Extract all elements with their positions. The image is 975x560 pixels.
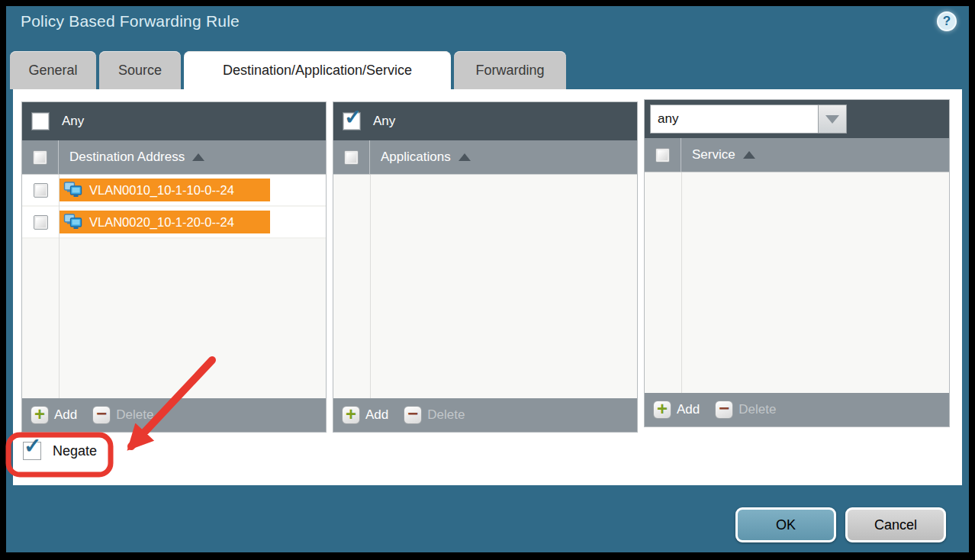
minus-icon: − [404,406,422,424]
cancel-button[interactable]: Cancel [845,507,946,542]
destination-column-label[interactable]: Destination Address [69,150,185,165]
service-column-label[interactable]: Service [692,147,735,163]
delete-button-label: Delete [738,402,776,417]
destination-list-body: VLAN0010_10-1-10-0--24 VLAN0020_10-1-20-… [22,175,326,398]
help-icon-glyph: ? [943,14,951,29]
applications-any-label: Any [373,114,395,129]
delete-button-label: Delete [427,407,465,423]
service-list-body [645,172,949,393]
tab-forwarding[interactable]: Forwarding [454,51,566,89]
plus-icon: + [342,406,360,424]
add-button[interactable]: + Add [31,406,77,424]
delete-button[interactable]: − Delete [92,406,153,424]
tab-source[interactable]: Source [99,51,181,89]
applications-panel: ✓ Any Applications + Add − Delete [333,101,638,433]
negate-option: ✓ Negate [23,442,97,460]
add-button-label: Add [54,407,77,423]
minus-icon: − [715,401,733,419]
applications-column-label[interactable]: Applications [381,150,451,165]
sort-ascending-icon[interactable] [459,153,471,161]
tab-general-label: General [28,63,77,79]
add-button-label: Add [365,407,388,423]
add-button[interactable]: + Add [653,401,700,419]
address-group-icon [63,182,83,198]
address-object-label: VLAN0020_10-1-20-0--24 [89,215,234,230]
service-select-all-checkbox[interactable] [655,148,670,163]
table-row[interactable]: VLAN0010_10-1-10-0--24 [22,175,326,207]
address-group-icon [63,214,83,230]
tab-bar: General Source Destination/Application/S… [10,51,566,89]
help-icon[interactable]: ? [937,11,957,31]
applications-select-all-checkbox[interactable] [344,150,359,165]
row-checkbox[interactable] [34,215,48,230]
sort-ascending-icon[interactable] [743,151,755,159]
address-object-chip[interactable]: VLAN0020_10-1-20-0--24 [59,211,270,233]
service-panel: Service + Add − Delete [644,99,950,427]
add-button-label: Add [677,402,700,417]
plus-icon: + [31,406,49,424]
applications-list-body [333,175,637,398]
service-toolbar: + Add − Delete [645,393,949,426]
dialog-title: Policy Based Forwarding Rule [21,12,240,31]
tab-content-area: ✓ Any Destination Address [13,89,962,485]
add-button[interactable]: + Add [342,406,388,424]
tab-destination-application-service[interactable]: Destination/Application/Service [184,51,451,89]
applications-column-header: Applications [333,140,637,175]
service-dropdown-button[interactable] [818,105,847,134]
service-dropdown [650,105,847,134]
destination-toolbar: + Add − Delete [22,398,326,432]
applications-any-bar: ✓ Any [333,102,637,140]
destination-select-all-checkbox[interactable] [33,150,47,165]
service-dropdown-input[interactable] [650,105,818,134]
destination-any-bar: ✓ Any [22,102,326,140]
destination-any-checkbox[interactable]: ✓ [32,113,49,130]
service-column-header: Service [645,138,949,172]
row-checkbox[interactable] [34,183,48,198]
negate-checkbox[interactable]: ✓ [23,442,41,460]
ok-button-label: OK [776,517,796,533]
delete-button[interactable]: − Delete [404,406,465,424]
sort-ascending-icon[interactable] [192,153,204,161]
service-any-bar [645,100,949,138]
destination-address-panel: ✓ Any Destination Address [21,101,327,433]
negate-label: Negate [53,443,97,459]
tab-destination-label: Destination/Application/Service [223,63,412,79]
chevron-down-icon [825,115,839,124]
minus-icon: − [92,406,111,424]
destination-column-header: Destination Address [22,140,326,175]
tab-forwarding-label: Forwarding [475,63,544,79]
table-row[interactable]: VLAN0020_10-1-20-0--24 [22,207,326,239]
tab-general[interactable]: General [10,51,96,89]
address-object-label: VLAN0010_10-1-10-0--24 [89,183,234,198]
destination-any-label: Any [62,114,84,129]
delete-button-label: Delete [116,407,153,423]
plus-icon: + [653,401,671,419]
cancel-button-label: Cancel [874,517,917,533]
address-object-chip[interactable]: VLAN0010_10-1-10-0--24 [59,179,270,201]
applications-toolbar: + Add − Delete [333,398,637,432]
ok-button[interactable]: OK [735,507,836,542]
applications-any-checkbox[interactable]: ✓ [343,113,360,130]
tab-source-label: Source [118,63,162,79]
delete-button[interactable]: − Delete [715,401,776,419]
